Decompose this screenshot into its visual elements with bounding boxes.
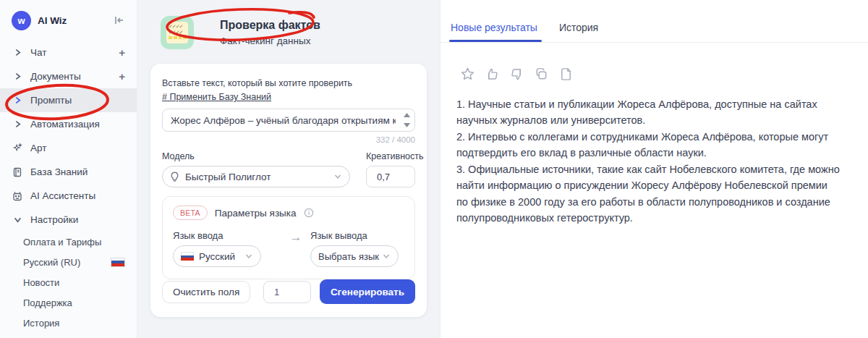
sidebar-item-chat[interactable]: Чат + [0,41,137,64]
russian-flag-icon [181,252,194,261]
scroll-spinner[interactable] [401,111,412,129]
logo-row: w AI Wiz [0,0,137,41]
sidebar-item-ai-assistants[interactable]: AI Ассистенты [0,184,137,208]
sidebar-subitem-billing[interactable]: Оплата и Тарифы [0,232,137,252]
sidebar-item-settings[interactable]: Настройки [0,208,137,232]
tab-history[interactable]: История [559,22,598,42]
chevron-right-icon [12,119,23,130]
thumbs-down-icon[interactable] [509,67,524,82]
thumbs-up-icon[interactable] [485,67,500,82]
language-params-label: Параметры языка [215,208,297,219]
chevron-right-icon [12,71,23,83]
beta-badge: BETA [173,206,208,220]
sparkles-icon [12,143,23,154]
generation-count-input[interactable] [263,281,311,303]
chevron-right-icon [12,95,23,106]
file-icon[interactable] [558,67,574,82]
prompt-form-card: Вставьте текст, который вы хотите провер… [150,64,427,317]
fact-check-icon: ✓✓✓✓ ✓✓✓✓ [161,16,194,49]
input-language-select[interactable]: Русский [173,245,261,267]
input-label: Вставьте текст, который вы хотите провер… [162,78,415,88]
actions-row: Очистить поля Сгенерировать [162,279,415,304]
chevron-down-icon [12,214,23,226]
clear-fields-button[interactable]: Очистить поля [162,281,250,303]
fact-text-field-wrap [162,109,415,132]
results-panel: Новые результаты История [440,0,868,338]
chevron-down-icon [244,252,253,261]
russian-flag-icon [111,258,125,267]
tool-panel: ✓✓✓✓ ✓✓✓✓ Проверка фактов Факт-чекинг да… [137,0,440,338]
arrow-right-icon: → [281,230,310,267]
output-language-label: Язык вывода [310,230,404,241]
sidebar-subitem-history[interactable]: История [0,313,137,333]
book-icon [12,166,23,178]
result-toolbar [441,43,868,82]
add-chat-icon[interactable]: + [119,46,125,59]
result-line: 2. Интервью с коллегами и сотрудниками Ж… [456,129,840,161]
page-subtitle: Факт-чекинг данных [201,35,339,46]
sidebar-subitem-support[interactable]: Поддержка [0,292,137,313]
model-row: Модель Быстрый Полиглот [162,151,415,187]
app-window: w AI Wiz Чат + Документы + [0,0,868,338]
tool-header: ✓✓✓✓ ✓✓✓✓ Проверка фактов Факт-чекинг да… [161,16,339,49]
robot-icon [12,190,23,202]
model-label: Модель [162,151,350,161]
ai-wiz-logo-icon: w [12,11,31,30]
chevron-down-icon [333,172,342,181]
apply-knowledge-base-link[interactable]: # Применить Базу Знаний [162,92,271,102]
info-icon[interactable] [304,208,314,218]
result-line: 1. Научные статьи и публикации Жореса Ал… [456,96,840,129]
page-title: Проверка фактов [201,17,339,33]
sidebar-item-documents[interactable]: Документы + [0,64,137,88]
results-tabs: Новые результаты История [441,0,868,42]
chevron-right-icon [12,47,23,59]
copy-icon[interactable] [534,67,549,82]
generate-button[interactable]: Сгенерировать [320,279,415,304]
sidebar-item-automation[interactable]: Автоматизация [0,112,137,136]
creativity-label: Креативность [366,151,415,161]
chevron-down-icon [382,252,391,261]
bulb-icon [170,172,179,182]
sidebar-subitem-language[interactable]: Русский (RU) [0,252,137,272]
language-params-card: BETA Параметры языка Язык ввода [162,196,415,279]
tab-new-results[interactable]: Новые результаты [451,22,537,42]
model-select[interactable]: Быстрый Полиглот [162,166,350,187]
result-text: 1. Научные статьи и публикации Жореса Ал… [441,82,860,227]
star-icon[interactable] [460,67,475,82]
app-title: AI Wiz [38,15,114,26]
sidebar-item-prompts[interactable]: Промпты [0,88,137,112]
fact-text-input[interactable] [163,109,399,131]
sidebar-item-knowledge-base[interactable]: База Знаний [0,160,137,184]
input-language-label: Язык ввода [173,230,281,241]
add-document-icon[interactable]: + [119,70,125,83]
creativity-input[interactable] [366,166,415,187]
sidebar-subitem-news[interactable]: Новости [0,272,137,292]
sidebar-item-art[interactable]: Арт [0,136,137,160]
result-line: 3. Официальные источники, такие как сайт… [456,161,840,227]
output-language-select[interactable]: Выбрать язык [310,245,399,267]
collapse-sidebar-icon[interactable] [114,14,125,26]
char-counter: 332 / 4000 [162,135,415,144]
sidebar: w AI Wiz Чат + Документы + [0,0,137,338]
